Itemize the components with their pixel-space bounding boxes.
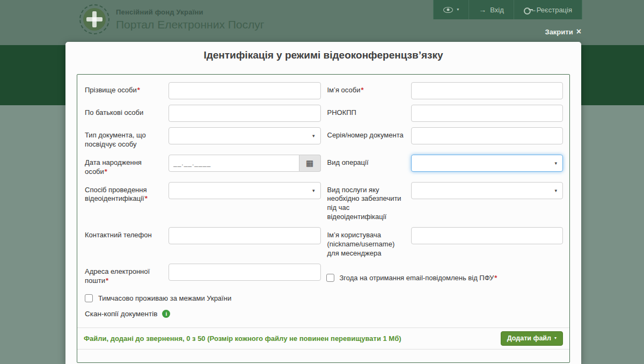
doc-type-label: Тип документа, що посвідчує особу (84, 127, 169, 149)
files-section: Файли, додані до звернення, 0 з 50 (Розм… (77, 327, 569, 350)
service-select[interactable]: ▾ (411, 182, 564, 199)
form-row: Прізвище особи* Ім’я особи* (84, 82, 563, 99)
caret-down-icon: ▾ (554, 336, 557, 340)
messenger-input[interactable] (411, 227, 564, 244)
surname-input[interactable] (169, 82, 321, 99)
birth-date-input[interactable] (169, 155, 299, 172)
scan-copies-label: Скан-копії документів (85, 310, 157, 318)
required-mark: * (145, 194, 148, 202)
required-mark: * (361, 86, 363, 94)
identification-modal: Ідентифікація у режимі відеоконференцзв’… (65, 42, 581, 364)
files-empty-area (84, 350, 563, 362)
form-row: Спосіб проведення відеоідентифікації* ▾ … (84, 182, 563, 222)
method-select[interactable]: ▾ (169, 182, 321, 199)
email-consent-row: Згода на отримання email-повідомлень від… (326, 264, 497, 286)
name-label: Ім’я особи* (326, 82, 411, 99)
doc-number-label: Серія/номер документа (326, 127, 411, 149)
caret-down-icon: ▾ (457, 8, 459, 12)
email-consent-checkbox[interactable] (326, 274, 334, 282)
abroad-row: Тимчасово проживаю за межами України (85, 294, 563, 302)
files-info-text: Файли, додані до звернення, 0 з 50 (Розм… (84, 334, 401, 343)
required-mark: * (106, 276, 108, 285)
close-label: Закрити (545, 28, 573, 36)
close-icon: × (576, 27, 581, 36)
email-input[interactable] (169, 264, 321, 281)
required-mark: * (494, 274, 497, 282)
surname-label: Прізвище особи* (84, 82, 169, 99)
phone-input[interactable] (169, 227, 321, 244)
name-input[interactable] (411, 82, 564, 99)
calendar-icon: ▦ (306, 158, 313, 168)
form-row: Тип документа, що посвідчує особу ▾ Сері… (84, 127, 563, 149)
form-row: По батькові особи РНОКПП (84, 105, 563, 122)
operation-label: Вид операції (326, 155, 411, 177)
method-label: Спосіб проведення відеоідентифікації* (84, 182, 169, 222)
login-button[interactable]: → Вхід (469, 0, 514, 19)
rnokpp-label: РНОКПП (326, 105, 411, 122)
scan-copies-row: Скан-копії документів i (85, 310, 563, 318)
pension-fund-logo-icon (79, 4, 109, 34)
required-mark: * (105, 168, 107, 176)
service-label: Вид послуги яку необхідно забезпечити пі… (326, 182, 411, 222)
form-row: Адреса електронної пошти* Згода на отрим… (84, 264, 563, 286)
register-label: Реєстрація (537, 6, 572, 14)
abroad-checkbox[interactable] (85, 294, 93, 302)
login-label: Вхід (490, 6, 504, 14)
logo-cross-icon (83, 8, 106, 31)
birth-date-group: ▦ (169, 155, 321, 172)
accessibility-menu-button[interactable]: ▾ (433, 0, 469, 19)
identification-form: Прізвище особи* Ім’я особи* По батькові … (77, 74, 570, 363)
add-file-label: Додати файл (507, 334, 551, 342)
abroad-label[interactable]: Тимчасово проживаю за межами України (98, 294, 231, 302)
add-file-button[interactable]: Додати файл ▾ (501, 331, 563, 346)
patronymic-input[interactable] (169, 105, 321, 122)
modal-title: Ідентифікація у режимі відеоконференцзв’… (77, 49, 570, 61)
required-mark: * (137, 86, 140, 94)
chevron-down-icon: ▾ (554, 188, 557, 193)
birth-date-label: Дата народження особи* (84, 155, 169, 177)
form-row: Контактний телефон Ім’я користувача (nic… (84, 227, 563, 258)
messenger-label: Ім’я користувача (nickname/username) для… (326, 227, 411, 258)
org-name: Пенсійний фонд України (116, 8, 264, 16)
register-button[interactable]: Реєстрація (514, 0, 582, 19)
form-row: Дата народження особи* ▦ Вид операції ▾ (84, 155, 563, 177)
info-icon[interactable]: i (162, 310, 170, 318)
patronymic-label: По батькові особи (84, 105, 169, 122)
chevron-down-icon: ▾ (312, 188, 315, 193)
portal-title: Портал Електронних Послуг (116, 18, 264, 31)
rnokpp-input[interactable] (411, 105, 564, 122)
key-icon (524, 8, 533, 12)
email-label: Адреса електронної пошти* (84, 264, 169, 286)
chevron-down-icon: ▾ (312, 133, 315, 139)
phone-label: Контактний телефон (84, 227, 169, 258)
brand-text: Пенсійний фонд України Портал Електронни… (116, 8, 264, 31)
modal-close-button[interactable]: Закрити × (545, 27, 581, 36)
brand: Пенсійний фонд України Портал Електронни… (79, 4, 264, 34)
sign-in-icon: → (479, 6, 486, 13)
email-consent-label[interactable]: Згода на отримання email-повідомлень від… (340, 274, 497, 282)
doc-number-input[interactable] (411, 127, 564, 144)
doc-type-select[interactable]: ▾ (169, 127, 321, 144)
site-header: Пенсійний фонд України Портал Електронни… (0, 0, 644, 45)
eye-icon (443, 7, 453, 13)
operation-select[interactable]: ▾ (411, 155, 564, 172)
topbar: ▾ → Вхід Реєстрація (433, 0, 582, 19)
chevron-down-icon: ▾ (554, 161, 557, 166)
calendar-button[interactable]: ▦ (299, 155, 321, 172)
